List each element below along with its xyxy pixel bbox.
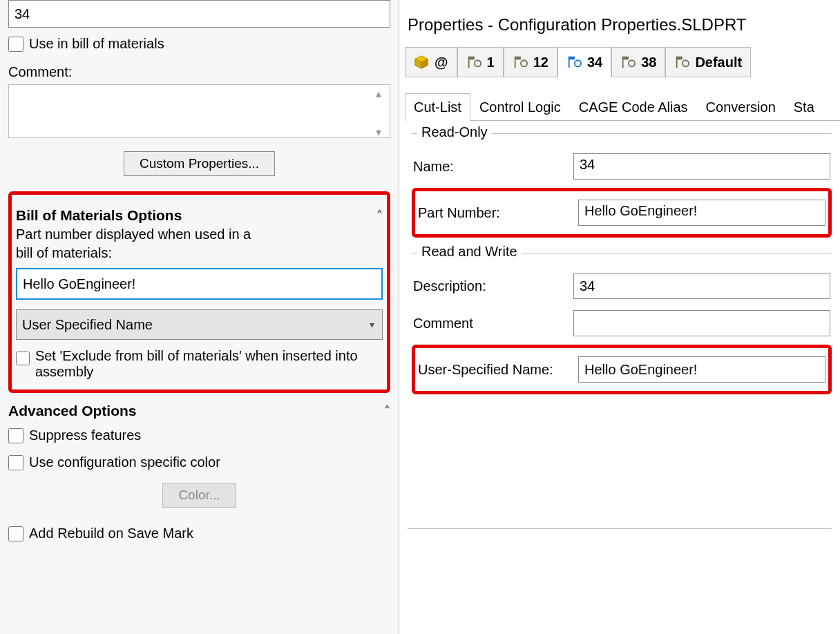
flag-icon — [620, 55, 636, 70]
collapse-icon[interactable]: ˄ — [376, 208, 383, 223]
config-tab-label: 34 — [587, 55, 602, 70]
config-tab-38[interactable]: 38 — [611, 47, 665, 77]
config-tab-12[interactable]: 12 — [504, 47, 557, 77]
svg-point-17 — [682, 60, 689, 66]
suppress-features-checkbox[interactable] — [8, 428, 23, 443]
divider — [408, 528, 832, 529]
config-tab-@[interactable]: @ — [405, 47, 457, 77]
name-label: Name: — [413, 159, 573, 175]
partnumber-value: Hello GoEngineer! — [578, 200, 825, 226]
description-input[interactable] — [573, 273, 830, 299]
bom-options-section: Bill of Materials Options ˄ Part number … — [8, 191, 390, 393]
add-rebuild-checkbox[interactable] — [8, 526, 23, 541]
svg-rect-16 — [677, 57, 682, 60]
readonly-title: Read-Only — [417, 124, 492, 140]
svg-rect-10 — [569, 57, 575, 60]
config-color-checkbox[interactable] — [8, 455, 23, 470]
tab-cage-code-alias[interactable]: CAGE Code Alias — [570, 93, 697, 121]
svg-point-8 — [521, 60, 527, 66]
flag-icon — [566, 55, 582, 70]
exclude-from-bom-checkbox[interactable] — [16, 351, 30, 366]
advanced-options-title: Advanced Options — [8, 403, 137, 419]
svg-point-11 — [575, 60, 581, 66]
bom-options-title: Bill of Materials Options — [16, 207, 182, 224]
config-tab-label: Default — [695, 55, 742, 70]
comment-spin-down-icon[interactable]: ▾ — [370, 126, 388, 139]
description-label: Description: — [413, 278, 573, 294]
flag-icon — [513, 55, 528, 70]
collapse-icon[interactable]: ˄ — [384, 403, 390, 419]
comment-label-right: Comment — [413, 316, 573, 332]
exclude-from-bom-label: Set 'Exclude from bill of materials' whe… — [35, 348, 383, 380]
name-value: 34 — [573, 153, 830, 180]
comment-textarea[interactable] — [8, 84, 390, 138]
flag-icon — [466, 55, 481, 70]
tab-conversion[interactable]: Conversion — [697, 93, 785, 121]
cube-icon — [414, 55, 429, 70]
partnumber-label: Part Number: — [418, 205, 578, 221]
tab-control-logic[interactable]: Control Logic — [470, 93, 570, 121]
bom-desc-line1: Part number displayed when used in a — [16, 227, 383, 242]
comment-spin-up-icon[interactable]: ▴ — [370, 87, 388, 100]
color-button[interactable]: Color... — [162, 483, 236, 508]
bom-desc-line2: bill of materials: — [16, 245, 383, 261]
flag-icon — [674, 55, 689, 70]
config-tab-1[interactable]: 1 — [457, 47, 504, 77]
name-mode-select[interactable]: User Specified Name — [16, 309, 383, 340]
config-color-label: Use configuration specific color — [29, 454, 220, 470]
add-rebuild-label: Add Rebuild on Save Mark — [29, 526, 193, 541]
use-in-bom-label: Use in bill of materials — [29, 36, 164, 52]
readwrite-title: Read and Write — [417, 244, 522, 260]
part-number-input[interactable] — [16, 268, 383, 300]
comment-label: Comment: — [8, 64, 390, 80]
config-tab-default[interactable]: Default — [665, 47, 751, 77]
use-in-bom-checkbox[interactable] — [8, 37, 23, 52]
config-name-input[interactable] — [8, 0, 390, 28]
svg-point-14 — [629, 60, 635, 66]
config-tab-34[interactable]: 34 — [557, 47, 611, 77]
usn-highlight: User-Specified Name: — [412, 345, 832, 394]
svg-rect-13 — [623, 57, 629, 60]
properties-title: Properties - Configuration Properties.SL… — [399, 0, 840, 47]
suppress-features-label: Suppress features — [29, 428, 141, 443]
readwrite-group: Read and Write Description: Comment User… — [412, 253, 832, 397]
config-tabs: @1123438Default — [405, 47, 840, 77]
usn-label: User-Specified Name: — [418, 362, 578, 378]
svg-rect-7 — [515, 57, 520, 60]
config-tab-label: 12 — [533, 55, 548, 70]
config-tab-label: 38 — [641, 55, 656, 70]
config-tab-label: 1 — [487, 55, 495, 70]
usn-input[interactable] — [578, 356, 825, 383]
custom-properties-button[interactable]: Custom Properties... — [124, 151, 275, 176]
config-tab-label: @ — [435, 55, 448, 70]
tab-sta[interactable]: Sta — [785, 93, 823, 121]
partnumber-highlight: Part Number: Hello GoEngineer! — [412, 188, 832, 238]
svg-point-5 — [474, 60, 480, 66]
tab-cut-list[interactable]: Cut-List — [405, 93, 470, 121]
svg-rect-4 — [468, 57, 474, 60]
secondary-tabs: Cut-ListControl LogicCAGE Code AliasConv… — [405, 93, 840, 121]
comment-input-right[interactable] — [573, 310, 830, 336]
properties-panel: Properties - Configuration Properties.SL… — [399, 0, 840, 634]
left-property-panel: Use in bill of materials Comment: ▴ ▾ Cu… — [0, 0, 399, 634]
readonly-group: Read-Only Name: 34 Part Number: Hello Go… — [412, 133, 832, 240]
